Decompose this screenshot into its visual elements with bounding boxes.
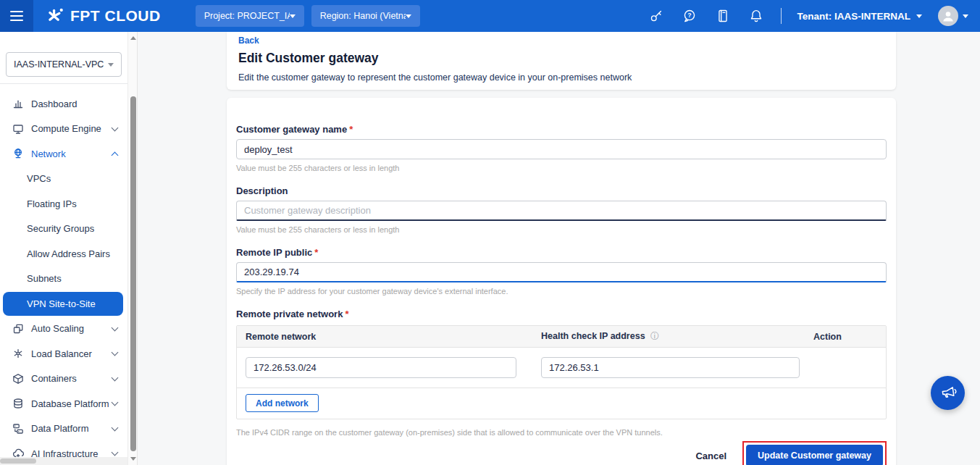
help-chat-icon[interactable]: ? [681, 7, 698, 25]
chevron-down-icon [112, 449, 119, 456]
health-check-column-header: Health check IP address ⓘ [541, 330, 813, 343]
account-menu[interactable] [938, 6, 968, 26]
red-highlight-annotation: Update Customer gateway [742, 441, 887, 465]
sidebar-item-auto-scaling[interactable]: Auto Scaling [0, 317, 127, 342]
scrollbar-thumb[interactable] [130, 96, 136, 451]
brand-logo[interactable]: FPT CLOUD [46, 5, 161, 27]
chevron-down-icon [112, 399, 119, 406]
load-balancer-icon [12, 348, 24, 359]
action-column-header: Action [813, 332, 877, 342]
add-network-button[interactable]: Add network [246, 394, 319, 412]
description-label: Description [236, 185, 887, 196]
main-content: Back Edit Customer gateway Edit the cust… [138, 32, 980, 465]
scrollbar-thumb[interactable] [0, 458, 36, 464]
scroll-down-arrow-icon[interactable] [130, 457, 136, 461]
svg-text:?: ? [687, 12, 691, 19]
sidebar-item-allow-address-pairs[interactable]: Allow Address Pairs [0, 241, 127, 267]
field-description: Description Value must be 255 characters… [236, 185, 887, 234]
sidebar-item-floating-ips[interactable]: Floating IPs [0, 191, 127, 217]
required-asterisk: * [314, 247, 318, 258]
page-title: Edit Customer gateway [238, 51, 884, 66]
compute-engine-icon [12, 123, 24, 135]
chevron-down-icon [916, 14, 922, 18]
vertical-scrollbar[interactable] [127, 32, 138, 465]
back-link[interactable]: Back [238, 35, 259, 46]
remote-ip-public-label: Remote IP public* [236, 247, 887, 258]
chevron-down-icon [108, 63, 114, 67]
sidebar-item-network[interactable]: Network [0, 141, 127, 167]
customer-gateway-name-label: Customer gateway name* [236, 124, 887, 135]
scroll-up-arrow-icon[interactable] [130, 36, 136, 40]
form-footer: Cancel Update Customer gateway [236, 441, 887, 465]
chevron-down-icon [112, 374, 119, 381]
remote-network-column-header: Remote network [246, 332, 541, 342]
menu-toggle-button[interactable] [0, 0, 33, 32]
containers-icon [12, 373, 24, 385]
chevron-down-icon [112, 424, 119, 431]
region-dropdown[interactable]: Region: Hanoi (Vietna... [311, 5, 420, 27]
required-asterisk: * [349, 124, 353, 135]
chevron-down-icon [290, 14, 296, 18]
description-helper-text: Value must be 255 characters or less in … [236, 225, 887, 234]
chevron-down-icon [406, 14, 411, 18]
field-remote-ip-public: Remote IP public* Specify the IP address… [236, 247, 887, 296]
megaphone-icon [939, 383, 957, 403]
divider [781, 8, 782, 24]
page-header-card: Back Edit Customer gateway Edit the cust… [227, 32, 896, 90]
sidebar-item-security-groups[interactable]: Security Groups [0, 217, 127, 242]
remote-network-input[interactable] [246, 357, 516, 378]
navbar-right: ? Tenant: IAAS-INTERNAL [648, 6, 980, 26]
remote-ip-public-input[interactable] [236, 262, 887, 282]
field-customer-gateway-name: Customer gateway name* Value must be 255… [236, 124, 887, 172]
description-input[interactable] [236, 201, 887, 221]
remote-private-network-label: Remote private network* [236, 309, 887, 319]
health-check-ip-input[interactable] [541, 357, 800, 378]
sidebar-item-database-platform[interactable]: Database Platform [0, 391, 127, 416]
sidebar-item-load-balancer[interactable]: Load Balancer [0, 341, 127, 366]
sidebar-item-data-platform[interactable]: Data Platform [0, 416, 127, 442]
cancel-button[interactable]: Cancel [690, 446, 732, 465]
announcement-fab-button[interactable] [931, 376, 965, 410]
sidebar-item-vpcs[interactable]: VPCs [0, 167, 127, 192]
sidebar-menu: Dashboard Compute Engine Network VPCs Fl… [0, 84, 127, 465]
hamburger-icon [10, 11, 23, 22]
update-customer-gateway-button[interactable]: Update Customer gateway [746, 445, 883, 465]
required-asterisk: * [345, 309, 348, 319]
chevron-down-icon [112, 349, 119, 356]
notification-bell-icon[interactable] [747, 7, 765, 25]
sidebar: IAAS-INTERNAL-VPC Dashboard Compute Engi… [0, 32, 127, 465]
remote-private-network-helper-text: The IPv4 CIDR range on the customer gate… [236, 428, 887, 437]
avatar [938, 6, 958, 26]
field-remote-private-network: Remote private network* Remote network H… [236, 309, 887, 437]
chevron-down-icon [112, 124, 119, 131]
chevron-down-icon [112, 324, 119, 331]
edit-gateway-form-card: Customer gateway name* Value must be 255… [227, 98, 896, 465]
sidebar-item-vpn-site-to-site[interactable]: VPN Site-to-Site [0, 291, 127, 317]
name-helper-text: Value must be 255 characters or less in … [236, 164, 887, 172]
data-platform-icon [12, 423, 24, 435]
remote-network-table: Remote network Health check IP address ⓘ… [236, 325, 887, 419]
brand-name: FPT CLOUD [70, 7, 161, 25]
project-dropdown[interactable]: Project: PROJECT_IAA... [196, 5, 304, 27]
customer-gateway-name-input[interactable] [236, 139, 887, 159]
remote-ip-helper-text: Specify the IP address for your customer… [236, 287, 887, 296]
table-header-row: Remote network Health check IP address ⓘ… [237, 326, 886, 348]
sidebar-item-compute-engine[interactable]: Compute Engine [0, 117, 127, 142]
fpt-logo-icon [46, 5, 65, 27]
dashboard-icon [12, 98, 24, 109]
chevron-up-icon [112, 151, 119, 159]
tenant-dropdown[interactable]: Tenant: IAAS-INTERNAL [797, 11, 923, 22]
vpc-selector[interactable]: IAAS-INTERNAL-VPC [6, 52, 122, 77]
auto-scaling-icon [12, 323, 24, 335]
network-icon [12, 148, 24, 159]
table-footer: Add network [237, 388, 886, 419]
database-icon [12, 398, 24, 409]
sidebar-item-containers[interactable]: Containers [0, 366, 127, 392]
top-navbar: FPT CLOUD Project: PROJECT_IAA... Region… [0, 0, 980, 32]
sidebar-item-dashboard[interactable]: Dashboard [0, 91, 127, 117]
key-icon[interactable] [648, 7, 665, 25]
sidebar-horizontal-scrollbar[interactable] [0, 457, 127, 465]
info-icon[interactable]: ⓘ [650, 331, 659, 341]
user-guide-icon[interactable] [714, 7, 732, 25]
sidebar-item-subnets[interactable]: Subnets [0, 267, 127, 292]
